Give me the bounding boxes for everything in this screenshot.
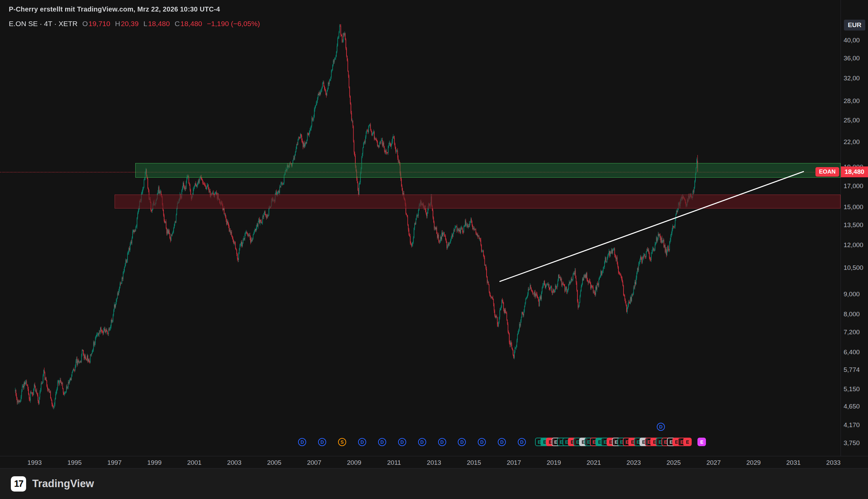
low-label: L bbox=[144, 20, 147, 28]
year-label: 2029 bbox=[746, 459, 760, 466]
floating-dividend-marker[interactable]: D bbox=[657, 423, 665, 431]
price-tick: 10,500 bbox=[844, 264, 863, 271]
dividend-marker[interactable]: D bbox=[518, 438, 526, 446]
price-tick: 36,00 bbox=[844, 54, 860, 62]
price-tick: 8,000 bbox=[844, 311, 860, 318]
year-label: 2007 bbox=[307, 459, 321, 466]
year-label: 2009 bbox=[347, 459, 361, 466]
legend-close: C18,480 bbox=[175, 20, 202, 28]
year-label: 2027 bbox=[706, 459, 721, 466]
price-tick: 5,150 bbox=[844, 386, 860, 393]
year-label: 2011 bbox=[387, 459, 401, 466]
price-tick: 4,650 bbox=[844, 403, 860, 410]
year-label: 2021 bbox=[587, 459, 601, 466]
year-label: 1999 bbox=[147, 459, 161, 466]
demand-zone-red[interactable] bbox=[114, 195, 841, 208]
earnings-marker[interactable]: E bbox=[683, 438, 692, 446]
price-tick: 3,750 bbox=[844, 439, 860, 447]
tradingview-brand-text[interactable]: TradingView bbox=[32, 478, 94, 490]
price-tick: 32,00 bbox=[844, 75, 860, 82]
high-label: H bbox=[115, 20, 120, 28]
symbol-legend: E.ON SE · 4T · XETR O19,710 H20,39 L18,4… bbox=[9, 20, 260, 28]
supply-zone-green[interactable] bbox=[135, 163, 841, 178]
tradingview-logo[interactable]: 17 bbox=[11, 476, 26, 491]
price-tick: 5,774 bbox=[844, 366, 860, 374]
price-tick: 28,00 bbox=[844, 97, 860, 105]
legend-change: −1,190 (−6,05%) bbox=[207, 20, 260, 28]
legend-high: H20,39 bbox=[115, 20, 139, 28]
open-value: 19,710 bbox=[88, 20, 110, 28]
close-label: C bbox=[175, 20, 180, 28]
split-marker[interactable]: S bbox=[338, 438, 346, 446]
price-axis[interactable]: EUR 18,480 40,0036,0032,0028,0025,0022,0… bbox=[841, 0, 868, 456]
year-label: 2005 bbox=[267, 459, 281, 466]
symbol-title[interactable]: E.ON SE · 4T · XETR bbox=[9, 20, 78, 28]
year-label: 2031 bbox=[786, 459, 800, 466]
time-axis[interactable]: 1993199519971999200120032005200720092011… bbox=[0, 456, 868, 468]
price-label: 18,480 bbox=[841, 167, 868, 177]
year-label: 2033 bbox=[826, 459, 841, 466]
price-tick: 17,000 bbox=[844, 182, 863, 190]
year-label: 2003 bbox=[227, 459, 241, 466]
low-value: 18,480 bbox=[148, 20, 170, 28]
dividend-marker[interactable]: D bbox=[358, 438, 366, 446]
open-label: O bbox=[82, 20, 88, 28]
legend-low: L18,480 bbox=[144, 20, 170, 28]
year-label: 2013 bbox=[427, 459, 441, 466]
dividend-marker[interactable]: D bbox=[438, 438, 446, 446]
price-tick: 9,000 bbox=[844, 291, 860, 298]
price-tick: 12,000 bbox=[844, 241, 863, 249]
dividend-marker[interactable]: D bbox=[418, 438, 426, 446]
tradingview-logo-bar: 17 TradingView bbox=[0, 468, 868, 499]
dividend-marker[interactable]: D bbox=[378, 438, 386, 446]
dividend-marker[interactable]: D bbox=[398, 438, 406, 446]
year-label: 2001 bbox=[187, 459, 201, 466]
year-label: 1997 bbox=[107, 459, 121, 466]
chart-area[interactable]: P-Cherry erstellt mit TradingView.com, M… bbox=[0, 0, 841, 456]
price-tick: 40,00 bbox=[844, 37, 860, 44]
currency-badge[interactable]: EUR bbox=[844, 20, 865, 31]
price-tick: 4,170 bbox=[844, 421, 860, 429]
attribution-text: P-Cherry erstellt mit TradingView.com, M… bbox=[9, 5, 220, 13]
year-label: 2023 bbox=[627, 459, 641, 466]
year-label: 1995 bbox=[68, 459, 82, 466]
close-value: 18,480 bbox=[180, 20, 202, 28]
year-label: 2019 bbox=[547, 459, 561, 466]
upcoming-earnings-marker[interactable]: E bbox=[697, 438, 706, 446]
symbol-price-tag: EOAN bbox=[816, 167, 839, 177]
price-tick: 6,400 bbox=[844, 349, 860, 356]
price-tick: 13,500 bbox=[844, 221, 863, 229]
year-label: 1993 bbox=[27, 459, 42, 466]
price-tick: 22,00 bbox=[844, 138, 860, 146]
tradingview-chart-window: P-Cherry erstellt mit TradingView.com, M… bbox=[0, 0, 868, 499]
dividend-marker[interactable]: D bbox=[318, 438, 326, 446]
price-tick: 15,000 bbox=[844, 203, 863, 211]
year-label: 2017 bbox=[506, 459, 521, 466]
legend-open: O19,710 bbox=[82, 20, 111, 28]
price-tick: 7,200 bbox=[844, 328, 860, 336]
high-value: 20,39 bbox=[121, 20, 139, 28]
year-label: 2015 bbox=[467, 459, 481, 466]
price-tick: 25,00 bbox=[844, 117, 860, 124]
candlestick-canvas[interactable] bbox=[0, 0, 841, 456]
year-label: 2025 bbox=[667, 459, 681, 466]
